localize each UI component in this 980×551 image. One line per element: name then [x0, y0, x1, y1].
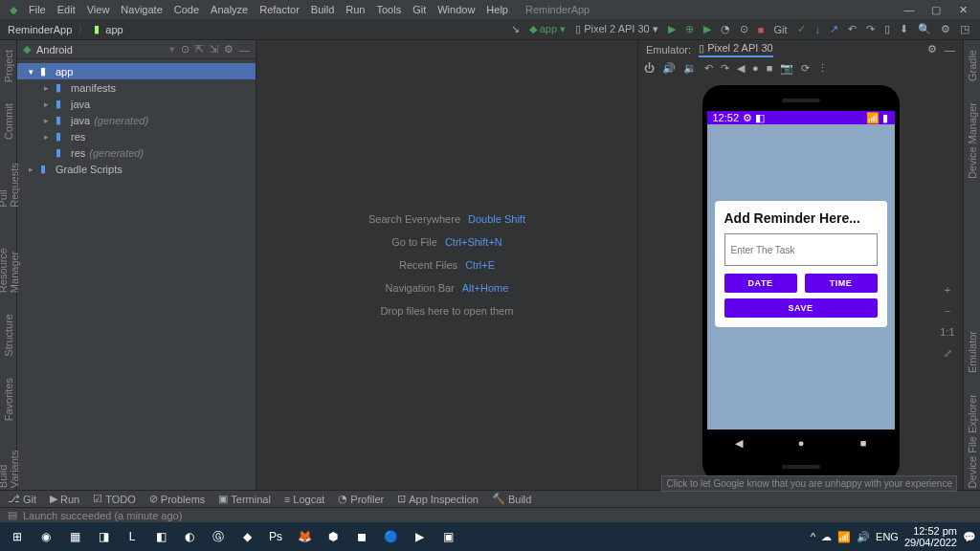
target-icon[interactable]: ⊙: [181, 43, 189, 55]
zoom-in-icon[interactable]: +: [945, 284, 950, 296]
nav-back-icon[interactable]: ◀: [735, 437, 743, 450]
search-icon[interactable]: 🔍: [915, 23, 934, 35]
tab-commit[interactable]: Commit: [3, 101, 14, 142]
taskbar-app-11[interactable]: ⬢: [320, 524, 346, 549]
menu-navigate[interactable]: Navigate: [115, 4, 167, 15]
stop-button[interactable]: ■: [755, 24, 768, 35]
tray-notifications-icon[interactable]: 💬: [963, 531, 976, 543]
minimize-button[interactable]: —: [896, 4, 923, 15]
zoom-out-icon[interactable]: −: [945, 305, 950, 317]
run-config[interactable]: ◆ app ▾: [526, 23, 568, 35]
google-hint[interactable]: Click to let Google know that you are un…: [661, 475, 957, 492]
tree-node[interactable]: ▸▮java: [17, 96, 256, 112]
breadcrumb-project[interactable]: ReminderApp: [8, 24, 72, 35]
attach-button[interactable]: ⊙: [737, 23, 751, 35]
expand-icon[interactable]: ▸: [44, 116, 52, 125]
menu-git[interactable]: Git: [407, 4, 432, 15]
rollback-icon[interactable]: ↷: [863, 23, 878, 35]
taskbar-app-8[interactable]: ◆: [234, 524, 260, 549]
notifications-icon[interactable]: ◳: [957, 23, 972, 35]
project-view-label[interactable]: Android: [36, 44, 164, 55]
tab-resourcemanager[interactable]: Resource Manager: [0, 227, 20, 295]
taskbar-app-1[interactable]: ◉: [33, 524, 59, 549]
emulator-device-tab[interactable]: ▯ Pixel 2 API 30: [699, 42, 773, 57]
taskbar-app-2[interactable]: ▦: [61, 524, 88, 549]
zoom-reset-icon[interactable]: ⤢: [944, 347, 952, 360]
bottom-tool-run[interactable]: ▶ Run: [50, 493, 79, 505]
expand-icon[interactable]: ▸: [44, 83, 52, 93]
task-input[interactable]: [724, 233, 878, 266]
tree-node[interactable]: ▸▮res: [17, 128, 256, 144]
tray-lang[interactable]: ENG: [876, 531, 899, 542]
collapse-icon[interactable]: ⇱: [195, 43, 204, 55]
tray-chevron-icon[interactable]: ^: [811, 531, 815, 542]
date-button[interactable]: DATE: [724, 274, 797, 293]
tab-pullrequests[interactable]: Pull Requests: [0, 159, 20, 209]
sdkmanager-icon[interactable]: ⬇: [897, 23, 911, 35]
bottom-tool-terminal[interactable]: ▣ Terminal: [218, 493, 271, 505]
maximize-button[interactable]: ▢: [923, 4, 949, 16]
more-icon[interactable]: ⋮: [817, 62, 828, 75]
profile-button[interactable]: ◔: [718, 23, 733, 35]
tab-buildvariants[interactable]: Build Variants: [0, 440, 20, 490]
gear-icon[interactable]: ⚙: [224, 43, 234, 55]
tab-emulator[interactable]: Emulator: [967, 329, 978, 375]
bottom-tool-logcat[interactable]: ≡ Logcat: [284, 494, 324, 505]
extended-icon[interactable]: ⟳: [801, 62, 810, 75]
taskbar-app-4[interactable]: L: [119, 524, 145, 549]
power-icon[interactable]: ⏻: [644, 62, 655, 74]
expand-icon[interactable]: ▸: [44, 132, 52, 142]
bottom-tool-build[interactable]: 🔨 Build: [492, 493, 531, 505]
menu-help[interactable]: Help: [480, 4, 514, 15]
menu-code[interactable]: Code: [168, 4, 205, 15]
bottom-tool-problems[interactable]: ⊘ Problems: [149, 493, 205, 505]
voldown-icon[interactable]: 🔉: [683, 62, 697, 75]
vcs-push-icon[interactable]: ↗: [827, 23, 841, 35]
menu-tools[interactable]: Tools: [370, 4, 407, 15]
bottom-tool-profiler[interactable]: ◔ Profiler: [338, 493, 384, 505]
taskbar-app-13[interactable]: 🔵: [377, 524, 404, 549]
emulator-hide-icon[interactable]: —: [945, 44, 955, 55]
bottom-tool-app-inspection[interactable]: ⊡ App Inspection: [397, 493, 479, 505]
overview-icon[interactable]: ■: [767, 62, 773, 74]
coverage-button[interactable]: ▶: [701, 23, 714, 35]
vcs-commit-icon[interactable]: ✓: [794, 23, 809, 35]
time-button[interactable]: TIME: [805, 274, 878, 293]
sync-icon[interactable]: ↘: [508, 23, 523, 35]
taskbar-app-0[interactable]: ⊞: [4, 524, 31, 549]
emulator-gear-icon[interactable]: ⚙: [927, 43, 937, 55]
tab-devicemanager[interactable]: Device Manager: [967, 100, 978, 181]
tab-favorites[interactable]: Favorites: [3, 376, 14, 423]
tab-gradle[interactable]: Gradle: [967, 48, 978, 83]
menu-toggle-icon[interactable]: ▤: [8, 509, 17, 521]
tab-structure[interactable]: Structure: [3, 312, 14, 359]
taskbar-app-15[interactable]: ▣: [434, 524, 461, 549]
tray-wifi-icon[interactable]: 📶: [837, 531, 851, 543]
menu-refactor[interactable]: Refactor: [254, 4, 305, 15]
expand-icon[interactable]: ▸: [44, 99, 52, 109]
breadcrumb-module[interactable]: app: [105, 24, 122, 35]
tree-node[interactable]: ▸▮Gradle Scripts: [17, 161, 256, 177]
device-select[interactable]: ▯ Pixel 2 API 30 ▾: [572, 23, 661, 35]
zoom-fit-icon[interactable]: 1:1: [940, 326, 954, 338]
taskbar-app-5[interactable]: ◧: [147, 524, 174, 549]
tray-speaker-icon[interactable]: 🔊: [857, 531, 870, 543]
taskbar-app-6[interactable]: ◐: [176, 524, 203, 549]
hide-icon[interactable]: —: [239, 44, 250, 55]
taskbar-app-12[interactable]: ◼: [348, 524, 375, 549]
tab-project[interactable]: Project: [3, 48, 14, 84]
tray-cloud-icon[interactable]: ☁: [821, 531, 832, 543]
tree-node[interactable]: ▾▮app: [17, 63, 256, 79]
expand-icon[interactable]: ⇲: [210, 43, 218, 55]
bottom-tool-git[interactable]: ⎇ Git: [8, 493, 36, 505]
menu-view[interactable]: View: [81, 4, 116, 15]
rotate-left-icon[interactable]: ↶: [704, 62, 713, 75]
home-icon[interactable]: ●: [752, 62, 759, 74]
bottom-tool-todo[interactable]: ☑ TODO: [93, 493, 136, 505]
rotate-right-icon[interactable]: ↷: [721, 62, 729, 75]
menu-window[interactable]: Window: [432, 4, 480, 15]
volup-icon[interactable]: 🔊: [662, 62, 676, 75]
menu-edit[interactable]: Edit: [52, 4, 81, 15]
git-label[interactable]: Git: [770, 24, 790, 35]
taskbar-app-9[interactable]: Ps: [262, 524, 289, 549]
